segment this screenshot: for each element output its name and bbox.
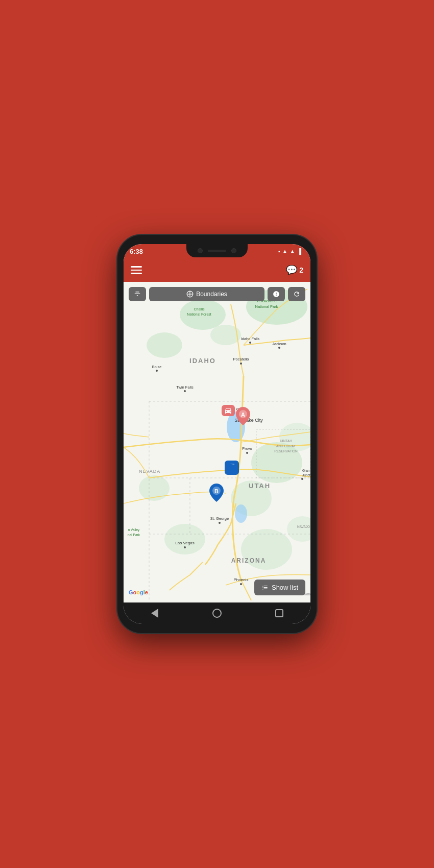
svg-point-34 [184, 390, 186, 392]
home-button[interactable] [209, 606, 225, 621]
alert-button[interactable] [268, 287, 285, 301]
refresh-button[interactable] [288, 287, 305, 301]
wifi-icon: ▲ [282, 248, 287, 254]
svg-text:National Park: National Park [255, 304, 278, 309]
menu-button[interactable] [131, 266, 142, 274]
front-camera [198, 248, 203, 253]
svg-text:UTAH: UTAH [249, 482, 271, 490]
home-icon [212, 609, 222, 618]
svg-point-13 [235, 504, 247, 523]
battery-icon: ▐ [297, 248, 301, 254]
filter-button[interactable] [129, 287, 146, 301]
car-icon-a [222, 405, 235, 416]
status-time: 6:38 [130, 248, 143, 255]
svg-text:Juncti: Juncti [302, 473, 310, 477]
recent-button[interactable] [272, 606, 287, 621]
svg-text:NAVAJO NATIO: NAVAJO NATIO [297, 525, 310, 528]
svg-text:Provo: Provo [242, 446, 252, 451]
google-logo: Google [129, 589, 148, 595]
svg-text:National Forest: National Forest [187, 312, 211, 316]
show-list-label: Show list [272, 584, 298, 591]
svg-text:Twin Falls: Twin Falls [176, 385, 194, 390]
chat-button[interactable]: 💬 2 [286, 264, 303, 276]
svg-point-4 [210, 325, 241, 345]
map-pin-b: B [209, 484, 224, 502]
svg-point-3 [147, 332, 182, 358]
app-bar: 💬 2 [124, 258, 310, 282]
car-icon-b [225, 461, 239, 475]
pin-b[interactable]: B [209, 484, 224, 502]
map-toolbar: Boundaries [129, 287, 305, 301]
svg-text:RESERVATION: RESERVATION [274, 449, 298, 453]
svg-point-30 [278, 347, 280, 349]
status-icons: ▪ ▲ ▲ ▐ [278, 248, 301, 254]
svg-point-53 [184, 546, 186, 548]
back-button[interactable] [147, 606, 162, 621]
svg-text:St. George: St. George [210, 516, 229, 521]
svg-text:Las Vegas: Las Vegas [175, 541, 194, 545]
svg-point-49 [219, 522, 221, 524]
svg-text:ARIZONA: ARIZONA [231, 557, 267, 564]
svg-text:Jackson: Jackson [272, 342, 286, 346]
show-list-button[interactable]: Show list [254, 580, 305, 595]
svg-text:Gran: Gran [302, 469, 310, 472]
recent-icon [275, 609, 283, 617]
chat-icon: 💬 [286, 264, 297, 276]
sim-icon: ▪ [278, 249, 280, 254]
svg-point-7 [164, 524, 205, 554]
svg-point-42 [246, 452, 248, 454]
svg-text:Challis: Challis [194, 307, 205, 311]
phone-frame: 6:38 ▪ ▲ ▲ ▐ 💬 2 [117, 235, 317, 633]
svg-point-26 [156, 370, 158, 372]
pin-a[interactable]: A [236, 407, 250, 425]
svg-text:Phoenix: Phoenix [234, 577, 249, 582]
map-pin-a: A [236, 407, 250, 425]
svg-text:NEVADA: NEVADA [139, 469, 160, 474]
svg-point-46 [301, 478, 303, 480]
boundaries-label: Boundaries [196, 291, 227, 298]
back-icon [151, 609, 158, 618]
speaker [208, 250, 226, 252]
svg-text:A: A [241, 412, 245, 418]
nav-bar [124, 602, 310, 624]
svg-point-32 [240, 363, 242, 365]
svg-text:nal Park: nal Park [128, 533, 140, 537]
svg-text:AND OURAY: AND OURAY [276, 444, 296, 448]
phone-notch [186, 244, 248, 257]
svg-text:Boise: Boise [152, 365, 162, 369]
svg-text:B: B [214, 488, 219, 494]
phone-screen: 6:38 ▪ ▲ ▲ ▐ 💬 2 [124, 244, 310, 624]
svg-text:Pocatello: Pocatello [233, 357, 249, 361]
chat-count: 2 [299, 266, 303, 274]
map-svg: Yellowstone National Park Challis Nation… [124, 282, 310, 602]
map-container[interactable]: Yellowstone National Park Challis Nation… [124, 282, 310, 602]
boundaries-button[interactable]: Boundaries [149, 287, 264, 301]
svg-text:Idaho Falls: Idaho Falls [241, 336, 260, 341]
svg-text:IDAHO: IDAHO [189, 357, 216, 365]
app-bar-right: 💬 2 [286, 264, 303, 276]
signal-icon: ▲ [290, 248, 295, 254]
svg-text:n Valley: n Valley [128, 528, 140, 532]
svg-point-57 [240, 583, 242, 585]
front-sensor [231, 248, 236, 253]
svg-point-28 [249, 342, 251, 344]
svg-text:UINTAH: UINTAH [280, 439, 292, 443]
